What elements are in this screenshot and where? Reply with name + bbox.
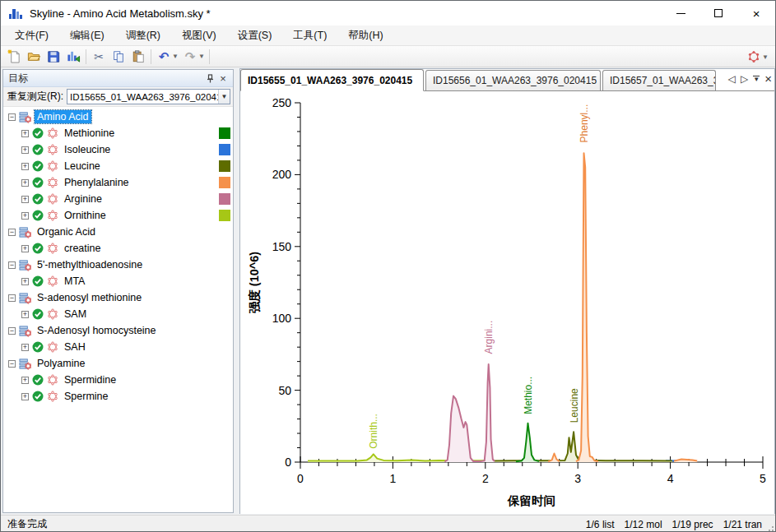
menu-item-6[interactable]: 帮助(H) — [337, 25, 393, 45]
peak-label-methio: Methio... — [523, 377, 534, 414]
import-results-icon — [66, 49, 81, 63]
tree-item-label: Arginine — [62, 192, 105, 206]
tree-expander[interactable]: − — [8, 261, 16, 269]
pin-button[interactable] — [203, 72, 216, 85]
tree-expander[interactable]: + — [21, 377, 29, 384]
peak-label-leucine: Leucine — [569, 388, 580, 423]
import-results-button[interactable] — [63, 48, 83, 66]
tree-item-arginine[interactable]: +Arginine — [3, 191, 233, 207]
open-file-button[interactable] — [24, 48, 44, 66]
tree-item-mta[interactable]: +MTA — [3, 273, 233, 289]
tree-group-s-adenosyl-homocysteine[interactable]: −S-Adenosyl homocysteine — [3, 322, 233, 339]
tree-item-creatine[interactable]: +creatine — [3, 240, 233, 257]
cut-button[interactable]: ✂ — [89, 48, 109, 66]
tab-label: ID15656_01_WAA263_3976_020415 — [433, 75, 597, 86]
tree-item-spermine[interactable]: +Spermine — [3, 388, 233, 405]
tree-item-sam[interactable]: +SAM — [3, 306, 233, 322]
close-icon: × — [220, 72, 226, 85]
tree-item-label: SAH — [62, 340, 88, 354]
tree-item-label: Amino Acid — [35, 110, 91, 123]
chromatogram-tab-strip: ID15655_01_WAA263_3976_020415ID15656_01_… — [240, 69, 774, 91]
chevron-down-icon: ▼ — [221, 93, 227, 100]
tree-item-sah[interactable]: +SAH — [3, 339, 233, 355]
panel-close-button[interactable]: × — [216, 72, 230, 85]
new-file-icon — [7, 49, 21, 63]
tree-expander[interactable]: − — [8, 294, 16, 302]
molecule-mode-button[interactable] — [744, 48, 764, 66]
paste-icon — [132, 49, 145, 63]
x-tick-label: 4 — [667, 472, 674, 485]
tree-expander[interactable]: + — [21, 130, 29, 137]
save-file-button[interactable] — [44, 48, 63, 66]
molecule-icon — [47, 391, 58, 402]
tree-expander[interactable]: + — [21, 179, 29, 187]
tab-list-dropdown-button[interactable]: ▼ — [753, 76, 760, 81]
tree-item-isoleucine[interactable]: +Isoleucine — [3, 141, 233, 158]
tree-group-polyamine[interactable]: −Polyamine — [3, 355, 233, 372]
molecule-icon — [47, 210, 58, 221]
maximize-button[interactable] — [699, 1, 737, 25]
tree-expander[interactable]: − — [8, 327, 16, 335]
chromatogram-tab-1[interactable]: ID15655_01_WAA263_3976_020415 — [240, 69, 424, 91]
chromatogram-panel: ID15655_01_WAA263_3976_020415ID15656_01_… — [239, 68, 775, 514]
minimize-button[interactable] — [662, 1, 699, 25]
menu-item-3[interactable]: 视图(V) — [171, 25, 227, 45]
tree-item-label: Spermine — [62, 390, 111, 403]
molecule-icon — [47, 160, 58, 172]
tree-item-spermidine[interactable]: +Spermidine — [3, 372, 233, 388]
tree-expander[interactable]: + — [21, 196, 29, 203]
tree-item-methionine[interactable]: +Methionine — [3, 125, 233, 141]
tree-expander[interactable]: + — [21, 393, 29, 400]
menu-item-4[interactable]: 设置(S) — [227, 25, 283, 45]
menu-item-2[interactable]: 调整(R) — [115, 25, 171, 45]
undo-button[interactable]: ↶ — [154, 48, 174, 66]
status-count-1: 1/12 mol — [625, 519, 662, 530]
menu-item-1[interactable]: 编辑(E) — [59, 25, 115, 45]
scroll-tabs-right-button[interactable]: ▷ — [741, 74, 748, 84]
tree-item-phenylalanine[interactable]: +Phenylalanine — [3, 174, 233, 191]
tree-group-5-methylthioadenosine[interactable]: −5'-methylthioadenosine — [3, 257, 233, 273]
chromatogram-chart[interactable]: 012345050100150200250保留时间强度 (10^6)Ornith… — [240, 91, 776, 515]
toolbar-separator — [209, 49, 210, 64]
tree-expander[interactable]: − — [8, 229, 16, 236]
tree-expander[interactable]: − — [8, 360, 16, 368]
tree-expander[interactable]: + — [21, 311, 29, 318]
chromatogram-tab-3[interactable]: ID15657_01_WAA263_397 — [602, 70, 716, 90]
tree-item-label: Ornithine — [62, 209, 109, 222]
paste-button[interactable] — [128, 48, 148, 66]
redo-button[interactable]: ↷ — [180, 48, 200, 66]
close-button[interactable]: × — [737, 1, 775, 25]
tree-expander[interactable]: + — [21, 344, 29, 351]
panel-splitter[interactable] — [234, 67, 239, 515]
tree-group-s-adenosyl-methionine[interactable]: −S-adenosyl methionine — [3, 289, 233, 306]
resize-grip[interactable] — [765, 523, 774, 531]
tree-expander[interactable]: + — [21, 163, 29, 170]
tree-expander[interactable]: − — [8, 113, 16, 121]
status-counts: 1/6 list1/12 mol1/19 prec1/21 tran — [586, 519, 775, 530]
checkmark-icon — [32, 308, 44, 320]
scroll-tabs-left-button[interactable]: ◁ — [728, 74, 736, 84]
menu-item-5[interactable]: 工具(T) — [282, 25, 337, 45]
tab-label: ID15657_01_WAA263_397 — [610, 75, 716, 86]
tree-expander[interactable]: + — [21, 245, 29, 252]
tree-expander[interactable]: + — [21, 278, 29, 285]
molecule-icon — [47, 341, 58, 353]
tab-close-button[interactable]: × — [764, 72, 772, 85]
targets-panel: 目标 × 重复测定(R): ID15655_01_WAA263_3976_020… — [2, 69, 234, 513]
chevron-down-icon[interactable]: ▼ — [198, 53, 205, 60]
combo-dropdown-button[interactable]: ▼ — [218, 90, 230, 104]
tree-expander[interactable]: + — [21, 212, 29, 220]
tree-group-amino-acid[interactable]: −Amino Acid — [3, 109, 233, 125]
menu-item-0[interactable]: 文件(F) — [4, 25, 59, 45]
tree-expander[interactable]: + — [21, 146, 29, 154]
x-tick-label: 3 — [574, 472, 581, 485]
copy-button[interactable] — [109, 48, 128, 66]
tree-item-ornithine[interactable]: +Ornithine — [3, 207, 233, 224]
tree-group-organic-acid[interactable]: −Organic Acid — [3, 224, 233, 240]
new-file-button[interactable] — [4, 48, 24, 66]
chevron-down-icon[interactable]: ▼ — [172, 53, 179, 60]
chevron-down-icon[interactable]: ▼ — [762, 53, 769, 61]
chromatogram-tab-2[interactable]: ID15656_01_WAA263_3976_020415 — [425, 70, 601, 90]
tree-item-leucine[interactable]: +Leucine — [3, 158, 233, 174]
replicate-combobox[interactable]: ID15655_01_WAA263_3976_020415 ▼ — [67, 89, 230, 104]
